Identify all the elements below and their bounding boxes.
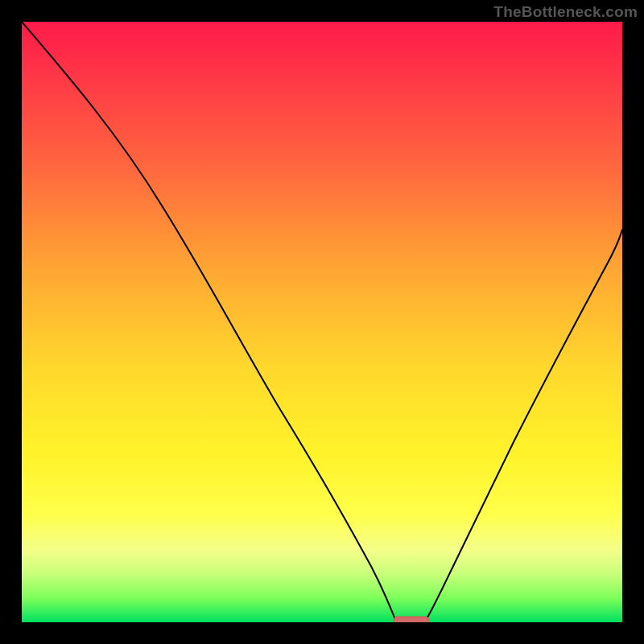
plot-area: [22, 22, 622, 622]
chart-frame: TheBottleneck.com: [0, 0, 644, 644]
watermark-text: TheBottleneck.com: [493, 3, 638, 21]
